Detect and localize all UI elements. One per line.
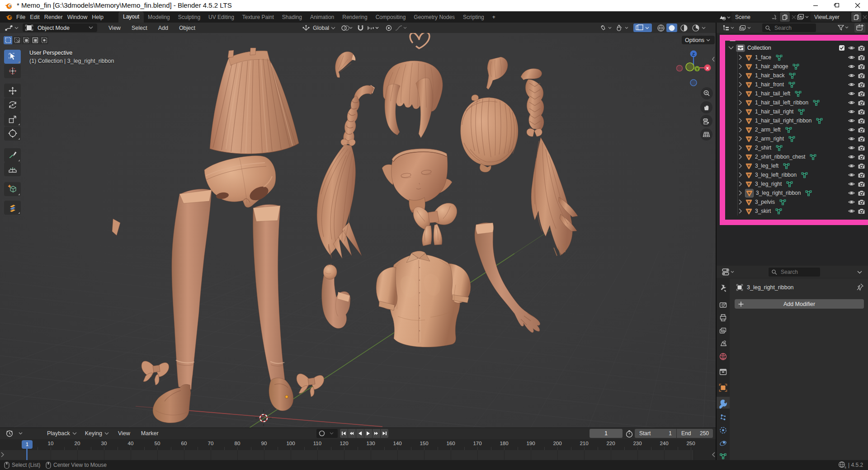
svg-text:X: X bbox=[706, 66, 709, 70]
svg-text:4: 4 bbox=[844, 466, 846, 469]
svg-text:Z: Z bbox=[692, 52, 695, 56]
svg-text:Y: Y bbox=[696, 67, 698, 71]
